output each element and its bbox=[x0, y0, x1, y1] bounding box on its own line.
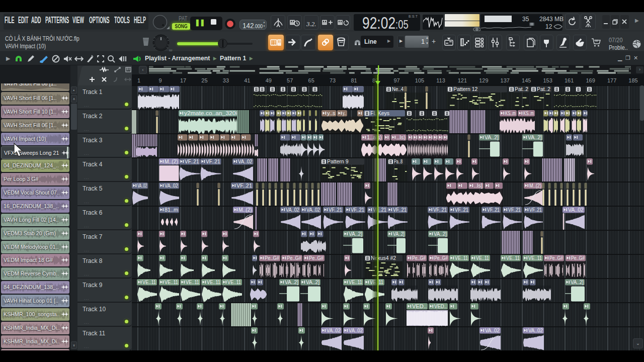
svg-text:..ls]: ..ls] bbox=[474, 183, 482, 189]
svg-text:137: 137 bbox=[501, 77, 510, 83]
svg-text:1: 1 bbox=[137, 77, 140, 83]
svg-text:41: 41 bbox=[244, 77, 250, 83]
svg-text:VF..21: VF..21 bbox=[351, 207, 364, 213]
svg-text:VF..21: VF..21 bbox=[529, 207, 542, 213]
svg-text:KS..m: KS..m bbox=[505, 110, 516, 116]
svg-text:VE..11: VE..11 bbox=[506, 255, 520, 261]
svg-text:Pe..G#: Pe..G# bbox=[549, 255, 563, 261]
svg-text:25: 25 bbox=[201, 77, 207, 83]
svg-text:169: 169 bbox=[586, 77, 595, 83]
svg-text:VE..11: VE..11 bbox=[227, 279, 241, 285]
svg-text:VA..02: VA..02 bbox=[165, 183, 178, 189]
svg-text:VF..21: VF..21 bbox=[206, 158, 220, 164]
svg-text:VA..2]: VA..2] bbox=[306, 279, 319, 285]
svg-text:VA..02: VA..02 bbox=[528, 327, 543, 333]
svg-text:VE..11: VE..11 bbox=[476, 255, 489, 261]
svg-text:Pattern 12: Pattern 12 bbox=[453, 86, 478, 92]
svg-text:VE..11: VE..11 bbox=[207, 279, 220, 285]
svg-text:VF..21: VF..21 bbox=[508, 207, 521, 213]
svg-text:VF..21: VF..21 bbox=[329, 207, 342, 213]
svg-text:81: 81 bbox=[351, 77, 357, 83]
svg-text:VED..: VED.. bbox=[412, 303, 427, 309]
svg-text:VA..02: VA..02 bbox=[485, 327, 500, 333]
svg-text:VA..02: VA..02 bbox=[238, 158, 253, 164]
svg-text:Pa..8: Pa..8 bbox=[394, 158, 403, 164]
svg-text:VED..: VED.. bbox=[434, 303, 447, 309]
svg-text:VA..2]: VA..2] bbox=[434, 231, 447, 237]
svg-text:145: 145 bbox=[522, 77, 531, 83]
svg-text:113: 113 bbox=[436, 77, 445, 83]
svg-text:9: 9 bbox=[158, 77, 162, 83]
svg-text:Pe..G#: Pe..G# bbox=[412, 255, 426, 261]
svg-text:M..(2): M..(2) bbox=[165, 158, 178, 164]
svg-text:Pe..G#: Pe..G# bbox=[309, 255, 324, 261]
svg-text:VE..11: VE..11 bbox=[142, 279, 156, 285]
svg-text:VA..2]: VA..2] bbox=[393, 231, 405, 237]
svg-text:VF..21: VF..21 bbox=[393, 207, 407, 213]
svg-text:81..m: 81..m bbox=[165, 207, 178, 213]
svg-text:Pe..G#: Pe..G# bbox=[571, 255, 585, 261]
svg-text:VE..11: VE..11 bbox=[349, 279, 362, 285]
svg-text:VF..21: VF..21 bbox=[236, 183, 252, 189]
svg-text:VA..2]: VA..2] bbox=[285, 279, 298, 285]
svg-text:VA..02: VA..02 bbox=[306, 207, 320, 213]
svg-text:y..: y.. bbox=[343, 110, 346, 116]
svg-text:17: 17 bbox=[180, 77, 186, 83]
svg-text:33: 33 bbox=[223, 77, 229, 83]
svg-text:M..(2): M..(2) bbox=[529, 183, 541, 189]
svg-text:y..s: y..s bbox=[327, 110, 336, 116]
svg-text:129: 129 bbox=[479, 77, 488, 83]
svg-text:153: 153 bbox=[543, 77, 552, 83]
svg-text:VA..2]: VA..2] bbox=[571, 279, 584, 285]
svg-text:VA..2]: VA..2] bbox=[349, 231, 362, 237]
svg-text:VA..02: VA..02 bbox=[137, 183, 147, 189]
svg-text:57: 57 bbox=[287, 77, 293, 83]
svg-text:VF..21: VF..21 bbox=[433, 207, 447, 213]
svg-text:VE..11: VE..11 bbox=[455, 255, 468, 261]
svg-text:177: 177 bbox=[607, 77, 616, 83]
svg-text:Pe..G#: Pe..G# bbox=[287, 255, 301, 261]
svg-text:185: 185 bbox=[628, 77, 637, 83]
svg-text:VA..2]: VA..2] bbox=[528, 134, 542, 140]
svg-text:49: 49 bbox=[266, 77, 272, 83]
svg-text:VA..02: VA..02 bbox=[327, 327, 341, 333]
svg-text:VE..11: VE..11 bbox=[186, 279, 199, 285]
svg-text:VF..21: VF..21 bbox=[185, 158, 199, 164]
svg-text:121: 121 bbox=[458, 77, 467, 83]
svg-text:VF..21: VF..21 bbox=[455, 207, 468, 213]
svg-text:Pe..G#: Pe..G# bbox=[265, 255, 279, 261]
svg-text:M..(2): M..(2) bbox=[238, 207, 252, 213]
svg-text:VA..02: VA..02 bbox=[349, 327, 363, 333]
svg-text:Pe..G#: Pe..G# bbox=[434, 255, 448, 261]
svg-text:Pat..2: Pat..2 bbox=[515, 86, 528, 92]
svg-text:73: 73 bbox=[330, 77, 336, 83]
svg-text:..ls): ..ls) bbox=[396, 134, 406, 140]
svg-text:Pat..2: Pat..2 bbox=[537, 86, 550, 92]
svg-text:3.2.: 3.2. bbox=[306, 20, 316, 28]
svg-text:VA..02: VA..02 bbox=[568, 207, 584, 213]
svg-text:Pattern 9: Pattern 9 bbox=[327, 158, 349, 164]
svg-text:VA..2]: VA..2] bbox=[485, 134, 499, 140]
svg-text:105: 105 bbox=[415, 77, 424, 83]
svg-text:97: 97 bbox=[393, 77, 399, 83]
svg-text:KS..m: KS..m bbox=[523, 110, 534, 116]
svg-text:161: 161 bbox=[565, 77, 574, 83]
svg-text:VE..11: VE..11 bbox=[165, 279, 178, 285]
svg-text:VF..21: VF..21 bbox=[487, 207, 500, 213]
svg-text:VE..11: VE..11 bbox=[528, 255, 542, 261]
svg-text:Ne..4: Ne..4 bbox=[392, 86, 404, 92]
svg-text:65: 65 bbox=[308, 77, 314, 83]
svg-text:VA..02: VA..02 bbox=[286, 207, 299, 213]
